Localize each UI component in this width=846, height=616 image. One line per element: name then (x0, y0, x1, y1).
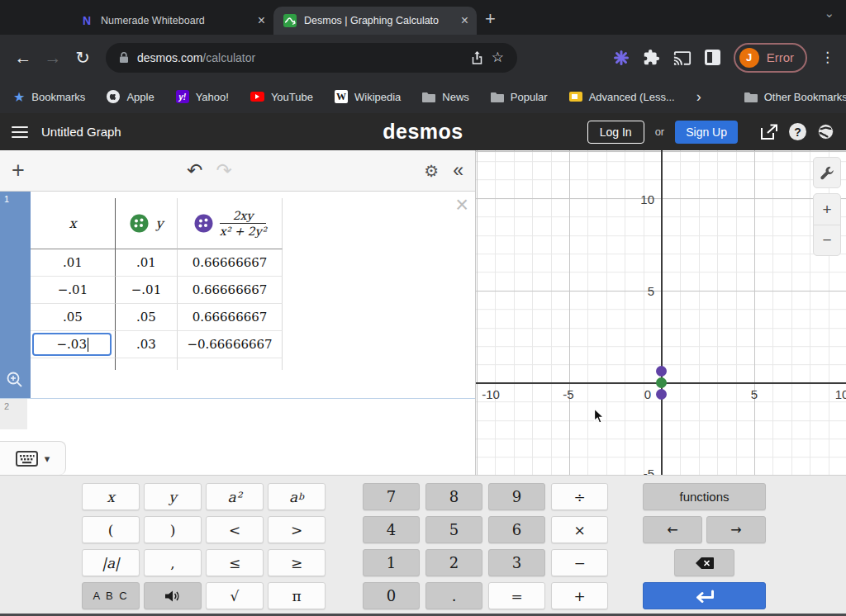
redo-icon[interactable]: ↷ (216, 159, 232, 182)
new-tab-button[interactable]: + (485, 10, 496, 28)
key-8[interactable]: 8 (425, 483, 482, 510)
green-point-style-icon[interactable] (129, 213, 150, 234)
table-cell[interactable]: 0.66666667 (178, 249, 283, 277)
bookmark-star-icon[interactable]: ☆ (492, 49, 504, 66)
table-cell[interactable]: −.01 (31, 277, 116, 304)
key-greater-than[interactable]: > (268, 516, 326, 543)
address-bar[interactable]: desmos.com/calculator ☆ (106, 43, 517, 73)
back-button[interactable]: ← (8, 43, 38, 73)
key-arrow-left[interactable]: ← (643, 516, 702, 543)
table-cell[interactable]: 0.66666667 (178, 277, 283, 304)
forward-button[interactable]: → (38, 43, 68, 73)
key-abs-value[interactable]: |a| (82, 549, 140, 576)
edit-list-gear-icon[interactable]: ⚙ (424, 161, 439, 181)
bookmark-folder-news[interactable]: News (422, 90, 469, 103)
browser-menu-button[interactable]: ⋮ (820, 49, 834, 66)
collapse-panel-icon[interactable]: « (453, 159, 463, 182)
key-paren-open[interactable]: ( (82, 516, 140, 543)
bookmark-wikipedia[interactable]: W Wikipedia (335, 90, 401, 103)
expression-1-gutter[interactable]: 1 (0, 192, 31, 398)
key-subtract[interactable]: − (551, 549, 608, 576)
key-9[interactable]: 9 (488, 483, 545, 510)
tab-desmos[interactable]: Desmos | Graphing Calculato × (273, 7, 477, 35)
key-equals[interactable]: = (488, 582, 545, 609)
column-header-x[interactable]: x (31, 198, 116, 249)
graph-paper[interactable]: -10 -5 0 5 10 10 5 -5 + − (476, 150, 846, 475)
keyboard-toggle-button[interactable]: ▾ (0, 441, 66, 475)
key-7[interactable]: 7 (363, 483, 420, 510)
key-arrow-right[interactable]: → (706, 516, 766, 543)
key-greater-equal[interactable]: ≥ (268, 549, 326, 576)
sign-up-button[interactable]: Sign Up (675, 121, 738, 144)
table-cell[interactable]: .05 (31, 304, 116, 331)
cast-icon[interactable] (673, 50, 692, 65)
export-share-icon[interactable] (760, 124, 778, 140)
tab-close-icon[interactable]: × (258, 14, 265, 27)
expression-2-gutter[interactable]: 2 (0, 399, 27, 429)
key-divide[interactable]: ÷ (551, 483, 608, 510)
table-cell[interactable]: −0.66666667 (178, 331, 283, 358)
key-functions[interactable]: functions (643, 483, 766, 510)
purple-point-style-icon[interactable] (193, 213, 214, 234)
column-header-y[interactable]: y (116, 198, 178, 249)
other-bookmarks[interactable]: Other Bookmarks (744, 90, 846, 103)
bookmarks-overflow-chevron-icon[interactable]: › (696, 88, 701, 106)
undo-icon[interactable]: ↶ (187, 159, 202, 182)
zoom-out-button[interactable]: − (814, 225, 840, 255)
close-icon[interactable]: × (455, 192, 468, 218)
reload-button[interactable]: ↻ (68, 43, 97, 73)
key-backspace[interactable] (674, 549, 734, 576)
table-cell[interactable]: 0.66666667 (178, 304, 283, 331)
chevron-down-icon[interactable]: ⌄ (824, 6, 834, 21)
plotted-point-purple[interactable] (656, 389, 667, 400)
bookmark-youtube[interactable]: YouTube (250, 91, 313, 103)
key-paren-close[interactable]: ) (144, 516, 202, 543)
key-2[interactable]: 2 (425, 549, 482, 576)
key-5[interactable]: 5 (425, 516, 482, 543)
key-speak[interactable] (144, 582, 202, 609)
key-enter[interactable] (643, 582, 766, 609)
log-in-button[interactable]: Log In (587, 121, 644, 144)
main-menu-icon[interactable] (12, 126, 28, 138)
tab-numerade[interactable]: N Numerade Whiteboard × (70, 7, 273, 35)
zoom-in-button[interactable]: + (814, 194, 840, 225)
help-icon[interactable]: ? (789, 123, 806, 140)
key-decimal[interactable]: . (425, 582, 482, 609)
table-cell[interactable]: .01 (31, 249, 116, 277)
key-add[interactable]: + (551, 582, 608, 609)
table-cell[interactable]: −.01 (116, 277, 178, 304)
bookmark-bookmarks[interactable]: ★ Bookmarks (13, 89, 85, 105)
expression-item-2[interactable]: 2 (0, 399, 475, 429)
bookmark-advanced[interactable]: Advanced (Less... (569, 91, 675, 103)
sidebar-icon[interactable] (705, 50, 720, 65)
key-6[interactable]: 6 (488, 516, 545, 543)
key-less-than[interactable]: < (206, 516, 264, 543)
key-x[interactable]: x (82, 483, 140, 510)
bookmark-apple[interactable]: Apple (107, 90, 154, 103)
key-multiply[interactable]: × (551, 516, 608, 543)
zoom-fit-icon[interactable] (6, 371, 24, 391)
bookmark-folder-popular[interactable]: Popular (491, 90, 548, 103)
expression-item-1[interactable]: 1 × x y (0, 192, 475, 399)
key-less-equal[interactable]: ≤ (206, 549, 264, 576)
key-3[interactable]: 3 (488, 549, 545, 576)
table-expression[interactable]: × x y 2xy (31, 192, 475, 398)
plotted-point-green[interactable] (656, 377, 667, 388)
table-cell[interactable]: .05 (116, 304, 178, 331)
profile-button[interactable]: J Error (734, 43, 807, 73)
graph-settings-wrench-icon[interactable] (813, 157, 841, 188)
add-expression-button[interactable]: + (12, 159, 25, 182)
language-globe-icon[interactable] (817, 123, 834, 140)
table-cell[interactable]: .01 (116, 249, 178, 277)
share-icon[interactable] (471, 50, 483, 65)
column-header-function[interactable]: 2xy x² + 2y² (178, 198, 283, 249)
key-4[interactable]: 4 (363, 516, 420, 543)
extension-flower-icon[interactable] (613, 50, 630, 66)
key-pi[interactable]: π (268, 582, 326, 609)
key-1[interactable]: 1 (363, 549, 420, 576)
key-a-squared[interactable]: a² (206, 483, 264, 510)
extensions-puzzle-icon[interactable] (643, 49, 660, 66)
table-cell[interactable]: .03 (116, 331, 178, 358)
key-a-power-b[interactable]: ab (268, 483, 326, 510)
plotted-point-purple[interactable] (656, 366, 667, 377)
